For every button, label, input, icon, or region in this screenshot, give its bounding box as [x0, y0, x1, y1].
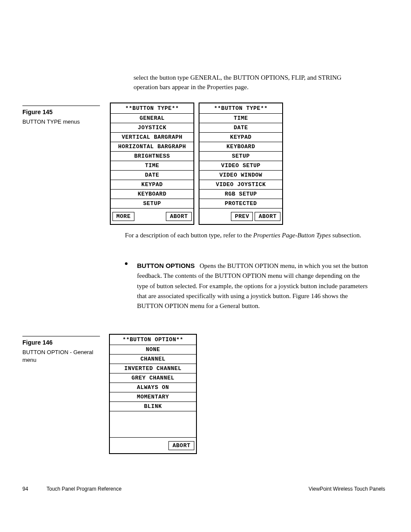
figure-number: Figure 145 [22, 109, 100, 115]
menu-header: **BUTTON TYPE** [111, 103, 193, 113]
menu-footer: MORE ABORT [111, 208, 193, 224]
bullet-text: BUTTON OPTIONS Opens the BUTTON OPTION m… [137, 261, 368, 311]
menu-item: HORIZONTAL BARGRAPH [111, 142, 193, 151]
bullet-lead: BUTTON OPTIONS [137, 262, 195, 269]
abort-button: ABORT [255, 212, 280, 221]
page-footer: 94 Touch Panel Program Reference ViewPoi… [22, 486, 385, 492]
menu-item: TIME [199, 113, 282, 123]
figure-146-label: Figure 146 BUTTON OPTION - General menu [22, 336, 100, 364]
abort-button: ABORT [168, 441, 194, 450]
footer-right: ViewPoint Wireless Touch Panels [308, 486, 385, 492]
figure-caption: BUTTON TYPE menus [22, 118, 100, 126]
menu-item: VIDEO JOYSTICK [199, 180, 282, 189]
menu-gap [110, 411, 196, 437]
menu-item: GENERAL [111, 113, 193, 123]
prev-button: PREV [231, 212, 253, 221]
menu-item: GREY CHANNEL [110, 373, 196, 383]
menu-item: VIDEO SETUP [199, 161, 282, 170]
bullet-icon [125, 262, 128, 265]
menu-item: SETUP [111, 199, 193, 208]
menu-footer: PREV ABORT [199, 208, 282, 224]
abort-button: ABORT [166, 212, 192, 221]
button-type-menu-1: **BUTTON TYPE** GENERAL JOYSTICK VERTICA… [110, 103, 194, 225]
menu-footer: ABORT [110, 437, 196, 453]
menu-item: VIDEO WINDOW [199, 170, 282, 180]
menu-item: KEYBOARD [111, 189, 193, 199]
menu-item: NONE [110, 345, 196, 354]
menu-item: VERTICAL BARGRAPH [111, 132, 193, 142]
menu-item: ALWAYS ON [110, 383, 196, 392]
bullet-item: BUTTON OPTIONS Opens the BUTTON OPTION m… [125, 261, 368, 311]
figure-145-label: Figure 145 BUTTON TYPE menus [22, 106, 100, 126]
menu-header: **BUTTON OPTION** [110, 335, 196, 345]
bullet-body: Opens the BUTTON OPTION menu, in which y… [137, 262, 368, 309]
menu-item: DATE [199, 123, 282, 132]
figure-145-menus: **BUTTON TYPE** GENERAL JOYSTICK VERTICA… [110, 103, 283, 225]
menu-item: BLINK [110, 401, 196, 411]
page-number: 94 [22, 486, 40, 492]
menu-header: **BUTTON TYPE** [199, 103, 282, 113]
menu-item: MOMENTARY [110, 392, 196, 401]
button-type-menu-2: **BUTTON TYPE** TIME DATE KEYPAD KEYBOAR… [199, 103, 283, 225]
menu-item: KEYBOARD [199, 142, 282, 151]
desc-italic: Properties Page-Button Types [253, 232, 331, 239]
menu-item: CHANNEL [110, 354, 196, 364]
figure-caption: BUTTON OPTION - General menu [22, 348, 100, 364]
footer-center: Touch Panel Program Reference [47, 486, 121, 492]
menu-item: PROTECTED [199, 199, 282, 208]
figure-number: Figure 146 [22, 339, 100, 346]
figure-146-menu: **BUTTON OPTION** NONE CHANNEL INVERTED … [109, 334, 197, 454]
button-option-menu: **BUTTON OPTION** NONE CHANNEL INVERTED … [109, 334, 197, 454]
menu-item: BRIGHTNESS [111, 151, 193, 161]
more-button: MORE [112, 212, 134, 221]
description-paragraph: For a description of each button type, r… [125, 231, 364, 240]
desc-pre: For a description of each button type, r… [125, 232, 253, 239]
menu-item: DATE [111, 170, 193, 180]
menu-item: KEYPAD [199, 132, 282, 142]
menu-item: SETUP [199, 151, 282, 161]
menu-item: INVERTED CHANNEL [110, 364, 196, 373]
desc-post: subsection. [331, 232, 361, 239]
menu-item: TIME [111, 161, 193, 170]
intro-paragraph: select the button type GENERAL, the BUTT… [134, 73, 366, 92]
menu-item: JOYSTICK [111, 123, 193, 132]
menu-item: RGB SETUP [199, 189, 282, 199]
menu-item: KEYPAD [111, 180, 193, 189]
